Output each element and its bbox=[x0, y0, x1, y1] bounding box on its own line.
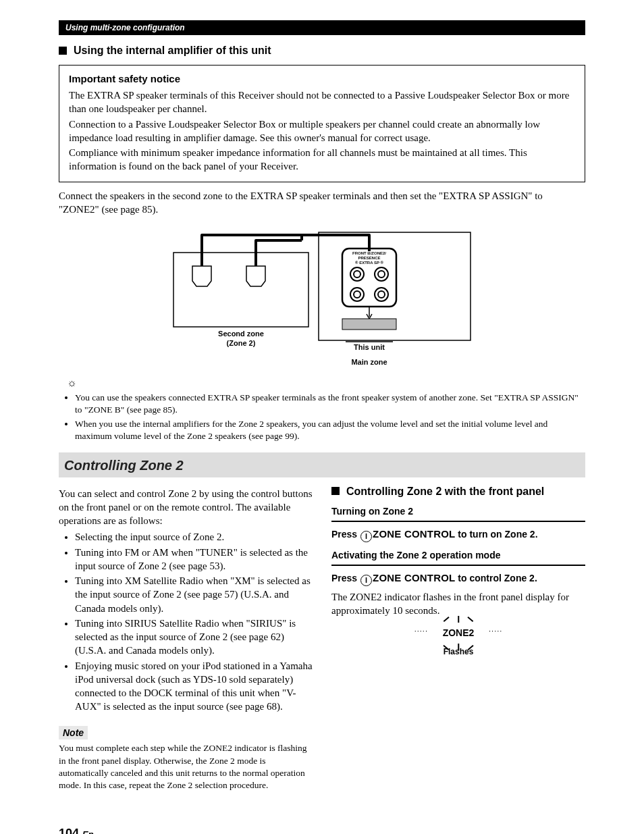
body-text: The ZONE2 indicator flashes in the front… bbox=[331, 590, 585, 618]
page-number-value: 104 bbox=[59, 827, 79, 834]
tip-icon: ☼ bbox=[67, 375, 585, 390]
zone2-text: ZONE2 bbox=[443, 627, 475, 638]
tip-item: You can use the speakers connected EXTRA… bbox=[75, 392, 585, 416]
this-unit-label: This unit bbox=[354, 343, 385, 351]
bullet-square-icon bbox=[59, 47, 67, 55]
left-column: You can select and control Zone 2 by usi… bbox=[59, 484, 313, 792]
instr-button-name: ZONE CONTROL bbox=[373, 572, 455, 583]
page-lang: En bbox=[82, 829, 94, 834]
note-label: Note bbox=[59, 726, 88, 740]
divider bbox=[331, 565, 585, 566]
intro-paragraph: You can select and control Zone 2 by usi… bbox=[59, 487, 313, 528]
svg-point-9 bbox=[354, 291, 360, 298]
connect-instruction: Connect the speakers in the second zone … bbox=[59, 189, 585, 217]
heading-text: Controlling Zone 2 with the front panel bbox=[346, 484, 544, 499]
svg-point-6 bbox=[375, 267, 388, 281]
notice-title: Important safety notice bbox=[69, 72, 575, 86]
bullet-square-icon bbox=[331, 487, 340, 495]
second-zone-label: Second zone bbox=[218, 330, 264, 338]
svg-point-10 bbox=[375, 288, 388, 301]
instruction-control: Press IZONE CONTROL to control Zone 2. bbox=[331, 571, 585, 586]
operation-item: Selecting the input source of Zone 2. bbox=[75, 530, 313, 544]
zone2-indicator: ZONE2 bbox=[437, 624, 480, 642]
section-banner: Controlling Zone 2 bbox=[59, 452, 585, 477]
operation-item: Tuning into FM or AM when "TUNER" is sel… bbox=[75, 546, 313, 573]
svg-rect-0 bbox=[173, 253, 308, 327]
note-text: You must complete each step while the ZO… bbox=[59, 742, 313, 791]
tip-item: When you use the internal amplifiers for… bbox=[75, 418, 585, 442]
subheading-turning-on: Turning on Zone 2 bbox=[331, 505, 585, 518]
section-banner-text: Controlling Zone 2 bbox=[64, 458, 184, 473]
instr-prefix: Press bbox=[331, 529, 360, 540]
notice-paragraph: Compliance with minimum speaker impedanc… bbox=[69, 146, 575, 174]
flash-diagram: ZONE2 Flashes bbox=[404, 624, 512, 657]
breadcrumb-header: Using multi-zone configuration bbox=[59, 20, 585, 35]
notice-paragraph: The EXTRA SP speaker terminals of this R… bbox=[69, 88, 575, 116]
instr-suffix: to turn on Zone 2. bbox=[455, 529, 537, 540]
svg-rect-12 bbox=[342, 319, 396, 330]
heading-internal-amp: Using the internal amplifier of this uni… bbox=[59, 43, 585, 58]
tip-list: You can use the speakers connected EXTRA… bbox=[59, 392, 585, 443]
instruction-turn-on: Press IZONE CONTROL to turn on Zone 2. bbox=[331, 527, 585, 542]
svg-point-8 bbox=[350, 288, 364, 301]
page-number: 104 En bbox=[59, 825, 585, 834]
step-circle-icon: I bbox=[360, 531, 372, 542]
instr-suffix: to control Zone 2. bbox=[455, 573, 537, 583]
instr-button-name: ZONE CONTROL bbox=[373, 528, 455, 540]
svg-point-11 bbox=[378, 291, 385, 298]
second-zone-label2: (Zone 2) bbox=[227, 339, 256, 347]
wiring-diagram: FRONT B/ZONE2/ PRESENCE ® EXTRA SP ® Sec… bbox=[167, 226, 477, 367]
operation-item: Tuning into XM Satellite Radio when "XM"… bbox=[75, 574, 313, 615]
instr-prefix: Press bbox=[331, 573, 360, 583]
heading-front-panel: Controlling Zone 2 with the front panel bbox=[331, 484, 585, 499]
main-zone-label: Main zone bbox=[351, 358, 387, 366]
divider bbox=[331, 521, 585, 522]
subheading-activating: Activating the Zone 2 operation mode bbox=[331, 549, 585, 562]
panel-label: FRONT B/ZONE2/ bbox=[352, 251, 386, 255]
panel-label: ® EXTRA SP ® bbox=[355, 261, 383, 265]
safety-notice-box: Important safety notice The EXTRA SP spe… bbox=[59, 65, 585, 182]
operation-item: Enjoying music stored on your iPod stati… bbox=[75, 659, 313, 714]
step-circle-icon: I bbox=[360, 575, 372, 586]
operation-item: Tuning into SIRIUS Satellite Radio when … bbox=[75, 617, 313, 658]
svg-point-5 bbox=[354, 271, 360, 278]
heading-text: Using the internal amplifier of this uni… bbox=[74, 43, 271, 58]
panel-label: PRESENCE bbox=[358, 256, 380, 260]
operations-list: Selecting the input source of Zone 2. Tu… bbox=[59, 530, 313, 713]
notice-paragraph: Connection to a Passive Loudspeaker Sele… bbox=[69, 118, 575, 145]
svg-point-4 bbox=[350, 267, 364, 281]
right-column: Controlling Zone 2 with the front panel … bbox=[331, 484, 585, 792]
svg-point-7 bbox=[378, 271, 385, 278]
